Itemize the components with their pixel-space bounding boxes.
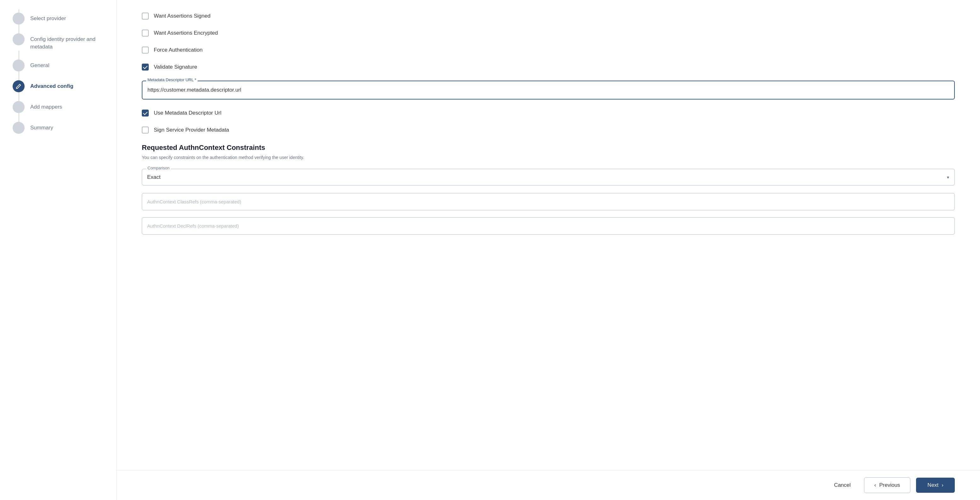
- edit-icon: [16, 83, 21, 89]
- checkbox-use-metadata-descriptor-url-row: Use Metadata Descriptor Url: [142, 110, 955, 116]
- step-label-config-identity: Config identity provider and metadata: [30, 33, 116, 51]
- form-area: Want Assertions Signed Want Assertions E…: [116, 0, 980, 470]
- step-circle-general: [13, 60, 25, 71]
- checkbox-want-assertions-encrypted-row: Want Assertions Encrypted: [142, 30, 955, 37]
- step-circle-config-identity: [13, 33, 25, 45]
- checkbox-validate-signature[interactable]: [142, 63, 149, 70]
- comparison-label: Comparison: [146, 166, 171, 170]
- label-want-assertions-encrypted: Want Assertions Encrypted: [154, 30, 218, 36]
- next-button[interactable]: Next ›: [916, 478, 955, 493]
- next-label: Next: [928, 482, 939, 488]
- step-label-add-mappers: Add mappers: [30, 101, 62, 111]
- comparison-select[interactable]: Exact Minimum Maximum Better: [142, 169, 955, 186]
- step-label-select-provider: Select provider: [30, 13, 66, 22]
- main-content: Want Assertions Signed Want Assertions E…: [116, 0, 980, 500]
- cancel-button[interactable]: Cancel: [827, 478, 858, 493]
- checkbox-validate-signature-row: Validate Signature: [142, 63, 955, 70]
- connector-4: [19, 92, 19, 101]
- sidebar-item-add-mappers[interactable]: Add mappers: [13, 101, 116, 113]
- footer-bar: Cancel ‹ Previous Next ›: [116, 470, 980, 500]
- checkbox-want-assertions-signed-row: Want Assertions Signed: [142, 13, 955, 19]
- previous-label: Previous: [879, 482, 900, 488]
- label-validate-signature: Validate Signature: [154, 64, 197, 70]
- sidebar-item-summary[interactable]: Summary: [13, 122, 116, 134]
- checkbox-sign-service-provider-metadata[interactable]: [142, 127, 149, 133]
- metadata-descriptor-url-label: Metadata Descriptor URL *: [146, 78, 197, 82]
- connector-3: [19, 71, 19, 80]
- chevron-right-icon: ›: [942, 482, 943, 488]
- sidebar-item-select-provider[interactable]: Select provider: [13, 13, 116, 25]
- section-subtitle-authn: You can specify constraints on the authe…: [142, 155, 955, 160]
- sidebar-item-advanced-config[interactable]: Advanced config: [13, 80, 116, 92]
- chevron-left-icon: ‹: [875, 482, 876, 488]
- step-circle-advanced-config: [13, 80, 25, 92]
- step-label-advanced-config: Advanced config: [30, 80, 73, 90]
- step-label-summary: Summary: [30, 122, 53, 132]
- authn-class-refs-input[interactable]: [142, 193, 955, 210]
- authn-decl-refs-input[interactable]: [142, 217, 955, 235]
- label-use-metadata-descriptor-url: Use Metadata Descriptor Url: [154, 110, 221, 116]
- connector-2: [19, 51, 19, 60]
- step-circle-add-mappers: [13, 101, 25, 113]
- checkbox-use-metadata-descriptor-url[interactable]: [142, 110, 149, 116]
- metadata-descriptor-url-input[interactable]: [142, 81, 955, 100]
- checkbox-sign-service-provider-metadata-row: Sign Service Provider Metadata: [142, 127, 955, 133]
- sidebar-item-config-identity[interactable]: Config identity provider and metadata: [13, 33, 116, 51]
- checkbox-want-assertions-encrypted[interactable]: [142, 30, 149, 37]
- label-want-assertions-signed: Want Assertions Signed: [154, 13, 210, 19]
- sidebar: Select provider Config identity provider…: [0, 0, 116, 500]
- label-force-authentication: Force Authentication: [154, 47, 203, 53]
- checkbox-want-assertions-signed[interactable]: [142, 13, 149, 19]
- step-label-general: General: [30, 60, 49, 69]
- sidebar-item-general[interactable]: General: [13, 60, 116, 71]
- label-sign-service-provider-metadata: Sign Service Provider Metadata: [154, 127, 229, 133]
- step-circle-select-provider: [13, 13, 25, 25]
- metadata-descriptor-url-field: Metadata Descriptor URL *: [142, 81, 955, 100]
- step-circle-summary: [13, 122, 25, 134]
- connector-5: [19, 113, 19, 122]
- previous-button[interactable]: ‹ Previous: [864, 477, 911, 493]
- connector-1: [19, 25, 19, 33]
- comparison-field: Comparison Exact Minimum Maximum Better …: [142, 169, 955, 186]
- checkbox-force-authentication-row: Force Authentication: [142, 47, 955, 54]
- section-title-authn: Requested AuthnContext Constraints: [142, 144, 955, 152]
- checkbox-force-authentication[interactable]: [142, 47, 149, 54]
